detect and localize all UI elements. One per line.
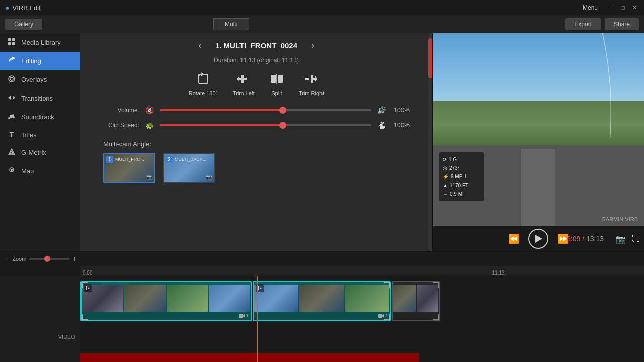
clip-navigation: ‹ 1. MULTI_FRONT_0024 › — [194, 38, 318, 53]
split-button[interactable]: Split — [270, 72, 284, 96]
menu-button[interactable]: Menu — [583, 4, 598, 11]
track-area: 1 — [80, 276, 644, 362]
sidebar-label-map: Map — [21, 167, 34, 175]
video-controls: ⏪ ⏩ 6:09 / 13:13 📷 ⛶ — [433, 226, 644, 251]
trim-right-button[interactable]: Trim Right — [299, 72, 324, 96]
angle-1-number: 1 — [106, 156, 113, 163]
svg-point-4 — [9, 76, 15, 82]
clip-2-cam-badge: 2 — [378, 313, 388, 318]
hud-accel-icon: ⟳ — [443, 155, 447, 164]
clip-speed-value: 100% — [392, 122, 410, 129]
controls: Volume: 🔇 🔊 100% Clip Speed: 🐢 — [98, 106, 415, 136]
sidebar-item-g-metrix[interactable]: G-Metrix — [0, 143, 80, 162]
sidebar-label-editing: Editing — [21, 57, 41, 65]
svg-rect-0 — [8, 38, 11, 41]
snapshot-button[interactable]: 📷 — [616, 234, 626, 244]
fullscreen-button[interactable]: ⛶ — [632, 234, 640, 243]
sidebar-item-soundtrack[interactable]: Soundtrack — [0, 108, 80, 126]
clip-1-thumb-4 — [209, 285, 250, 312]
clip-2-thumb-2 — [299, 285, 344, 312]
share-button[interactable]: Share — [605, 18, 639, 30]
svg-point-7 — [13, 116, 15, 118]
g-metrix-icon — [7, 148, 16, 157]
app-title: VIRB Edit — [12, 4, 40, 12]
clip-speed-slider-track[interactable] — [160, 124, 371, 126]
map-icon — [7, 166, 16, 176]
volume-low-icon: 🔇 — [145, 106, 154, 114]
sidebar-label-media-library: Media Library — [21, 39, 61, 46]
overlays-icon — [7, 75, 16, 84]
svg-marker-27 — [243, 314, 245, 318]
timeline: − Zoom + 0:00 11:13 VIDEO — [0, 251, 644, 362]
sidebar-item-media-library[interactable]: Media Library — [0, 33, 80, 52]
volume-slider-track[interactable] — [160, 109, 371, 111]
svg-rect-19 — [276, 74, 277, 84]
timeline-tracks: VIDEO — [0, 276, 644, 362]
volume-slider-container — [160, 109, 371, 111]
rotate-icon — [196, 72, 210, 87]
multicam-angles: 1 MULTI_FRO... 📷 2 MULTI_BACK... 📷 — [103, 153, 410, 183]
sidebar-label-g-metrix: G-Metrix — [21, 149, 46, 156]
sidebar-label-transitions: Transitions — [21, 95, 53, 102]
rotate-label: Rotate 180° — [189, 90, 218, 96]
sidebar-item-map[interactable]: Map — [0, 162, 80, 180]
clip-segment-1[interactable]: 1 — [80, 281, 252, 321]
trim-left-icon — [236, 72, 251, 87]
svg-rect-22 — [311, 75, 313, 83]
sidebar-item-overlays[interactable]: Overlays — [0, 70, 80, 89]
svg-rect-20 — [305, 78, 309, 80]
clip-1-thumb-2 — [124, 285, 166, 312]
svg-point-5 — [10, 77, 13, 80]
svg-rect-15 — [242, 75, 244, 83]
timeline-header: − Zoom + — [0, 252, 644, 266]
angle-1-thumbnail[interactable]: 1 MULTI_FRO... 📷 — [103, 153, 155, 183]
svg-rect-12 — [199, 74, 208, 83]
clip-3-corner-tr — [433, 282, 439, 288]
volume-value: 100% — [392, 107, 410, 114]
svg-marker-23 — [315, 76, 317, 82]
svg-rect-28 — [258, 286, 259, 290]
playhead[interactable] — [257, 276, 258, 362]
zoom-slider-thumb[interactable] — [44, 256, 50, 262]
gallery-button[interactable]: Gallery — [5, 19, 42, 30]
minimize-button[interactable]: ─ — [607, 4, 615, 12]
rotate-button[interactable]: Rotate 180° — [189, 72, 218, 96]
clip-speed-slider-fill — [160, 124, 283, 126]
zoom-minus-button[interactable]: − — [5, 255, 9, 263]
transitions-icon — [7, 94, 16, 103]
sidebar-label-soundtrack: Soundtrack — [21, 113, 54, 121]
right-panel: ⟳ 1 G ◎ 273° ⚡ 9 MPH ▲ 1170 FT — [433, 33, 644, 251]
clip-segment-2[interactable]: 2 — [253, 281, 391, 321]
sidebar-item-transitions[interactable]: Transitions — [0, 89, 80, 108]
topbar: Gallery Multi Export Share — [0, 15, 644, 33]
clip-segment-3[interactable] — [392, 281, 440, 321]
sidebar-item-editing[interactable]: Editing — [0, 52, 80, 70]
close-button[interactable]: ✕ — [631, 4, 639, 12]
clip-1-thumbnails — [82, 284, 251, 312]
zoom-slider-track[interactable] — [29, 258, 69, 260]
center-scrollbar[interactable] — [428, 33, 432, 251]
multi-button[interactable]: Multi — [213, 18, 249, 30]
clip-2-thumbnails — [254, 284, 390, 312]
hud-speed-value: 9 MPH — [451, 172, 466, 181]
maximize-button[interactable]: □ — [619, 4, 627, 12]
sidebar-item-titles[interactable]: T Titles — [0, 126, 80, 143]
export-button[interactable]: Export — [565, 18, 601, 30]
zoom-plus-button[interactable]: + — [72, 255, 76, 263]
angle-2-label-bar: 2 MULTI_BACK... — [164, 155, 214, 164]
hud-elevation-value: 1170 FT — [450, 181, 468, 190]
rewind-button[interactable]: ⏪ — [506, 231, 521, 246]
center-scrollbar-thumb[interactable] — [428, 38, 432, 78]
svg-rect-18 — [278, 75, 283, 83]
svg-marker-25 — [88, 287, 90, 289]
clip-speed-slider-thumb[interactable] — [279, 122, 286, 129]
next-clip-button[interactable]: › — [307, 38, 318, 53]
trim-left-button[interactable]: Trim Left — [233, 72, 255, 96]
angle-2-name: MULTI_BACK... — [175, 157, 206, 162]
prev-clip-button[interactable]: ‹ — [194, 38, 205, 53]
play-button[interactable] — [528, 229, 548, 249]
volume-slider-thumb[interactable] — [279, 107, 286, 114]
angle-2-thumbnail[interactable]: 2 MULTI_BACK... 📷 — [163, 153, 215, 183]
sidebar: Media Library Editing Overlays Transitio… — [0, 33, 80, 251]
clip-3-thumb-1 — [393, 285, 416, 312]
